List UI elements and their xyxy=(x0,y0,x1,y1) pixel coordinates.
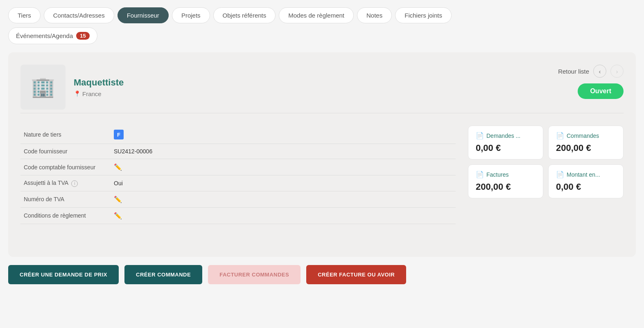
row-code-comptable: Code comptable fournisseur ✏️ xyxy=(20,159,456,175)
divider xyxy=(20,113,624,113)
details-table: Nature de tiers F Code fournisseur SU241… xyxy=(20,126,456,224)
stat-card-factures[interactable]: 📄 Factures 200,00 € xyxy=(468,164,543,198)
conditions-label: Conditions de règlement xyxy=(20,207,111,224)
company-details: Maquettiste 📍 France xyxy=(74,77,124,97)
row-code-fournisseur: Code fournisseur SU2412-00006 xyxy=(20,144,456,159)
nav-controls: Retour liste ‹ › xyxy=(558,65,624,78)
main-card: 🏢 Maquettiste 📍 France Retour liste ‹ › … xyxy=(8,52,636,257)
montant-doc-icon: 📄 xyxy=(556,171,564,178)
stat-card-demandes[interactable]: 📄 Demandes ... 0,00 € xyxy=(468,126,543,160)
tab-modes[interactable]: Modes de règlement xyxy=(279,7,354,23)
tab-notes[interactable]: Notes xyxy=(357,7,392,23)
stat-card-montant[interactable]: 📄 Montant en... 0,00 € xyxy=(548,164,624,198)
demandes-doc-icon: 📄 xyxy=(476,132,484,139)
numero-tva-edit: ✏️ xyxy=(111,191,456,207)
bottom-buttons: CRÉER UNE DEMANDE DE PRIX CRÉER COMMANDE… xyxy=(0,257,644,292)
montant-label: Montant en... xyxy=(567,171,600,178)
company-location: 📍 France xyxy=(74,90,124,97)
details-right: 📄 Demandes ... 0,00 € 📄 Commandes 200,00… xyxy=(468,126,624,224)
stats-grid: 📄 Demandes ... 0,00 € 📄 Commandes 200,00… xyxy=(468,126,624,198)
tab-fichiers[interactable]: Fichiers joints xyxy=(395,7,452,23)
company-logo: 🏢 xyxy=(20,65,66,110)
assujetti-label: Assujetti à la TVA i xyxy=(20,175,111,191)
details-left: Nature de tiers F Code fournisseur SU241… xyxy=(20,126,456,224)
facturer-commandes-button[interactable]: FACTURER COMMANDES xyxy=(208,265,301,284)
factures-value: 200,00 € xyxy=(476,182,536,192)
nature-badge: F xyxy=(114,130,124,139)
company-country: France xyxy=(82,90,102,97)
factures-label: Factures xyxy=(486,171,508,178)
top-section: 🏢 Maquettiste 📍 France Retour liste ‹ › … xyxy=(20,65,624,110)
company-name: Maquettiste xyxy=(74,77,124,88)
commandes-doc-icon: 📄 xyxy=(556,132,564,139)
retour-liste-link[interactable]: Retour liste xyxy=(558,68,589,75)
stat-card-commandes[interactable]: 📄 Commandes 200,00 € xyxy=(548,126,624,160)
tab-projets[interactable]: Projets xyxy=(172,7,210,23)
tab-events[interactable]: Événements/Agenda 15 xyxy=(8,27,97,44)
code-comptable-label: Code comptable fournisseur xyxy=(20,159,111,175)
company-info: 🏢 Maquettiste 📍 France xyxy=(20,65,124,110)
numero-tva-label: Numéro de TVA xyxy=(20,191,111,207)
stat-card-factures-title: 📄 Factures xyxy=(476,171,536,178)
tab-objets[interactable]: Objets référents xyxy=(213,7,276,23)
conditions-edit-icon[interactable]: ✏️ xyxy=(114,212,122,219)
events-badge-count: 15 xyxy=(76,32,89,40)
numero-tva-edit-icon[interactable]: ✏️ xyxy=(114,196,122,203)
details-section: Nature de tiers F Code fournisseur SU241… xyxy=(20,126,624,224)
row-conditions: Conditions de règlement ✏️ xyxy=(20,207,456,224)
creer-facture-button[interactable]: CRÉER FACTURE OU AVOIR xyxy=(306,265,406,284)
tab-fournisseur[interactable]: Fournisseur xyxy=(118,7,169,23)
row-assujetti: Assujetti à la TVA i Oui xyxy=(20,175,456,191)
factures-doc-icon: 📄 xyxy=(476,171,484,178)
stat-card-commandes-title: 📄 Commandes xyxy=(556,132,616,139)
row-numero-tva: Numéro de TVA ✏️ xyxy=(20,191,456,207)
creer-commande-button[interactable]: CRÉER COMMANDE xyxy=(124,265,202,284)
tabs-row-1: Tiers Contacts/Adresses Fournisseur Proj… xyxy=(0,0,644,23)
tab-contacts[interactable]: Contacts/Adresses xyxy=(44,7,114,23)
tab-events-label: Événements/Agenda xyxy=(16,32,73,39)
nav-prev-button[interactable]: ‹ xyxy=(593,65,606,78)
montant-value: 0,00 € xyxy=(556,182,616,192)
code-comptable-edit-icon[interactable]: ✏️ xyxy=(114,164,122,171)
location-pin-icon: 📍 xyxy=(74,90,81,97)
top-right: Retour liste ‹ › Ouvert xyxy=(558,65,624,99)
commandes-value: 200,00 € xyxy=(556,143,616,153)
assujetti-label-text: Assujetti à la TVA xyxy=(24,180,68,186)
assujetti-info-icon[interactable]: i xyxy=(71,180,78,187)
nature-value: F xyxy=(111,126,456,144)
stat-card-demandes-title: 📄 Demandes ... xyxy=(476,132,536,139)
building-icon: 🏢 xyxy=(31,76,55,99)
nature-label: Nature de tiers xyxy=(20,126,111,144)
tab-tiers[interactable]: Tiers xyxy=(8,7,41,23)
demandes-value: 0,00 € xyxy=(476,143,536,153)
assujetti-value: Oui xyxy=(111,175,456,191)
stat-card-montant-title: 📄 Montant en... xyxy=(556,171,616,178)
code-fournisseur-label: Code fournisseur xyxy=(20,144,111,159)
demandes-label: Demandes ... xyxy=(486,133,520,139)
conditions-edit: ✏️ xyxy=(111,207,456,224)
row-nature: Nature de tiers F xyxy=(20,126,456,144)
creer-demande-button[interactable]: CRÉER UNE DEMANDE DE PRIX xyxy=(8,265,119,284)
code-fournisseur-value: SU2412-00006 xyxy=(111,144,456,159)
commandes-label: Commandes xyxy=(567,133,599,139)
tabs-row-2: Événements/Agenda 15 xyxy=(0,23,644,44)
status-button[interactable]: Ouvert xyxy=(578,83,624,99)
nav-next-button[interactable]: › xyxy=(610,65,624,78)
code-comptable-edit: ✏️ xyxy=(111,159,456,175)
